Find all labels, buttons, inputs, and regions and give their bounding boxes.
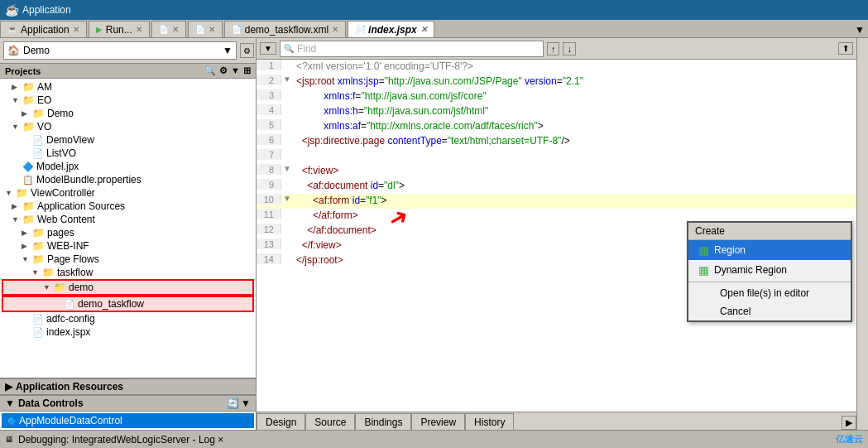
tree-item-listvo[interactable]: 📄 ListVO [2,147,254,160]
tree-label-indexjspx: index.jspx [46,326,90,338]
tree-label-modeljpx: Model.jpx [36,161,79,172]
tab-taskflow[interactable]: 📄 demo_taskflow.xml ✕ [224,21,346,37]
tab-4[interactable]: 📄 ✕ [188,21,223,37]
folder-pages-icon: 📁 [32,227,45,238]
tree-item-modeljpx[interactable]: 🔷 Model.jpx [2,160,254,173]
tree-item-adfc[interactable]: 📄 adfc-config [2,312,254,325]
tree-item-demo-highlighted[interactable]: ▼ 📁 demo [2,279,254,296]
folder-appsources-icon: 📁 [22,200,35,212]
folder-vo-icon: 📁 [22,121,35,132]
tree-item-demo[interactable]: ▶ 📁 Demo [2,107,254,120]
file-adfc-icon: 📄 [32,314,44,325]
tab-run-close[interactable]: ✕ [136,25,142,34]
expand-am: ▶ [12,83,20,91]
tab-application[interactable]: ☕ Application ✕ [0,21,87,37]
nav-next-btn[interactable]: ↓ [563,42,576,55]
tree-item-pageflows[interactable]: ▼ 📁 Page Flows [2,253,254,266]
projects-title: Projects [5,66,41,76]
code-line-3: 3 xmlns:f="http://java.sun.com/jsf/core" [257,89,856,104]
tab-3-close[interactable]: ✕ [172,25,179,34]
tab-index[interactable]: 📄 index.jspx ✕ [348,21,434,37]
projects-header: Projects 🔍 ⚙ ▼ ⊞ [0,64,256,79]
tab-scroll-btn[interactable]: ▼ [851,22,868,37]
tab-3[interactable]: 📄 ✕ [151,21,186,37]
tree-label-webcontent: Web Content [37,214,95,225]
ctx-item-cancel[interactable]: Cancel [688,302,851,320]
data-controls-label: Data Controls [18,397,84,409]
data-controls-filter-icon[interactable]: ▼ [241,397,251,409]
folder-eo-icon: 📁 [22,94,35,106]
tab-4-icon: 📄 [195,25,205,34]
nav-prev-btn[interactable]: ↑ [547,42,560,55]
app-resources-header[interactable]: ▶ Application Resources [0,378,256,395]
tab-design[interactable]: Design [257,413,305,430]
tree-item-taskflow[interactable]: ▼ 📁 taskflow [2,266,254,279]
data-controls-panel: 🔷 AppModuleDataControl [0,412,256,430]
expand-demo-hl: ▼ [43,283,51,291]
tree-label-taskflow: taskflow [57,267,93,278]
tab-history[interactable]: History [465,413,514,430]
tree-item-eo[interactable]: ▼ 📁 EO [2,94,254,107]
ctx-item-dynamic-region[interactable]: ▦ Dynamic Region [688,260,851,280]
tree-item-indexjspx[interactable]: 📄 index.jspx [2,325,254,339]
data-controls-header[interactable]: ▼ Data Controls 🔄 ▼ [0,395,256,412]
tree-item-viewcontroller[interactable]: ▼ 📁 ViewController [2,186,254,200]
toolbar-dropdown-btn[interactable]: ▼ [260,42,276,55]
expand-appsources: ▶ [12,202,20,210]
tree-item-webcontent[interactable]: ▼ 📁 Web Content [2,213,254,226]
config-icon[interactable]: ⚙ [219,65,228,76]
ctx-region-label: Region [714,244,746,256]
folder-am-icon: 📁 [22,81,35,93]
tab-index-close[interactable]: ✕ [420,25,427,34]
file-listvo-icon: 📄 [32,148,44,159]
tree-item-demoview[interactable]: 📄 DemoView [2,133,254,147]
bottom-tab-scroll[interactable]: ▶ [842,416,856,430]
find-icon: 🔍 [284,44,294,53]
tab-preview-label: Preview [420,417,456,428]
projects-header-icons: 🔍 ⚙ ▼ ⊞ [204,65,251,76]
file-modelbundle-icon: 📋 [22,175,34,185]
tree-item-pages[interactable]: ▶ 📁 pages [2,226,254,239]
panel-config-btn[interactable]: ⚙ [240,43,254,58]
tree-item-webinf[interactable]: ▶ 📁 WEB-INF [2,239,254,253]
tree-label-demo: Demo [47,108,74,119]
tree-item-vo[interactable]: ▼ 📁 VO [2,120,254,133]
layout-icon[interactable]: ⊞ [243,65,251,76]
scroll-top-btn[interactable]: ⬆ [838,42,853,55]
file-demo-taskflow-icon: 📄 [64,299,75,310]
ctx-item-region[interactable]: ▦ Region [688,240,851,260]
filter-icon[interactable]: ▼ [231,65,240,76]
data-control-item-appmodule[interactable]: 🔷 AppModuleDataControl [2,413,254,428]
editor-scrollbar[interactable] [856,38,868,430]
tree-label-vc: ViewController [31,187,95,199]
tab-taskflow-close[interactable]: ✕ [332,25,338,34]
projects-tree: ▶ 📁 AM ▼ 📁 EO ▶ 📁 Demo ▼ 📁 VO [0,79,256,378]
tab-4-close[interactable]: ✕ [209,25,215,34]
file-modeljpx-icon: 🔷 [22,161,34,172]
ctx-item-openfiles[interactable]: Open file(s) in editor [688,284,851,302]
tab-bindings[interactable]: Bindings [355,413,411,430]
tab-application-close[interactable]: ✕ [73,25,79,34]
app-resources-label: Application Resources [16,381,123,393]
data-control-label: AppModuleDataControl [19,415,122,426]
tree-item-modelbundle[interactable]: 📋 ModelBundle.properties [2,173,254,186]
search-icon[interactable]: 🔍 [204,65,216,76]
tree-label-adfc: adfc-config [46,313,95,325]
tab-run[interactable]: ▶ Run... ✕ [89,21,150,37]
tree-label-demo-taskflow: demo_taskflow [78,298,144,310]
expand-app-resources: ▶ [5,381,12,393]
tree-item-am[interactable]: ▶ 📁 AM [2,80,254,94]
tree-item-appsources[interactable]: ▶ 📁 Application Sources [2,200,254,213]
tab-source[interactable]: Source [305,413,355,430]
tab-history-label: History [474,417,505,428]
tab-preview[interactable]: Preview [411,413,465,430]
find-placeholder: Find [297,43,316,55]
expand-webcontent: ▼ [12,215,20,224]
folder-demo-icon: 📁 [32,108,45,119]
tree-label-pageflows: Page Flows [47,253,99,265]
status-icon: 🖥 [5,435,13,444]
tree-item-demo-taskflow[interactable]: 📄 demo_taskflow [2,296,254,312]
demo-dropdown[interactable]: 🏠 Demo ▼ [3,41,237,60]
data-controls-refresh-icon[interactable]: 🔄 [227,397,239,409]
ctx-openfiles-label: Open file(s) in editor [720,287,809,299]
